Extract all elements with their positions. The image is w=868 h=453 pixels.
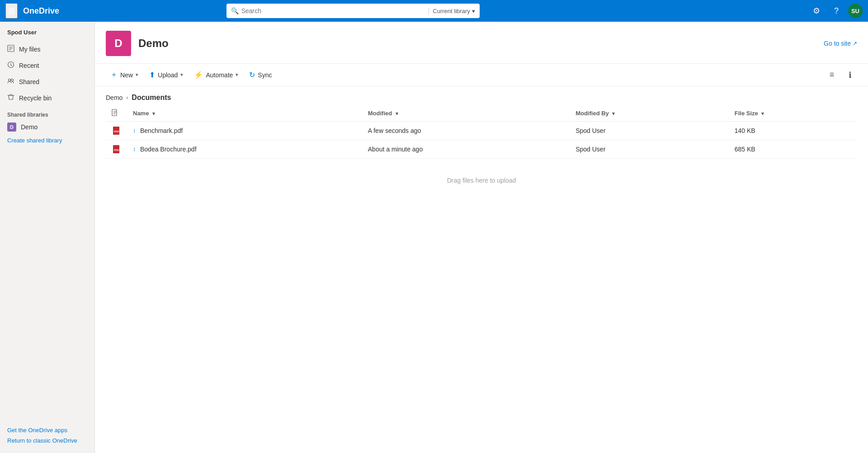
waffle-menu-button[interactable]: ⊞ bbox=[5, 3, 18, 19]
file-type-icon-cell: PDF bbox=[106, 122, 127, 140]
automate-icon: ⚡ bbox=[194, 71, 203, 79]
app-logo: OneDrive bbox=[23, 6, 59, 16]
upload-icon: ⬆ bbox=[149, 71, 155, 79]
user-avatar[interactable]: SU bbox=[848, 4, 863, 18]
sidebar-item-demo-library[interactable]: D Demo bbox=[0, 120, 94, 134]
upload-button[interactable]: ⬆ Upload ▾ bbox=[145, 68, 188, 82]
library-title: Demo bbox=[138, 37, 169, 50]
drag-drop-hint: Drag files here to upload bbox=[106, 159, 857, 202]
main-content: D Demo Go to site ↗ ＋ New ▾ ⬆ Upload ▾ ⚡… bbox=[95, 22, 868, 453]
help-button[interactable]: ? bbox=[828, 3, 844, 19]
library-header: D Demo Go to site ↗ bbox=[95, 22, 868, 64]
library-header-icon: D bbox=[106, 31, 131, 56]
file-modified-cell: A few seconds ago bbox=[363, 122, 570, 140]
sidebar-footer: Get the OneDrive apps Return to classic … bbox=[0, 421, 94, 449]
file-modified-by-cell: Spod User bbox=[570, 140, 729, 159]
recycle-bin-icon bbox=[7, 94, 14, 103]
go-to-site-link[interactable]: Go to site ↗ bbox=[824, 40, 857, 47]
file-name-cell[interactable]: ↕ Benchmark.pdf bbox=[127, 122, 363, 140]
search-scope-chevron-icon: ▾ bbox=[472, 8, 475, 14]
shared-icon bbox=[7, 77, 14, 86]
return-to-classic-link[interactable]: Return to classic OneDrive bbox=[7, 437, 87, 444]
col-header-modified-by[interactable]: Modified By ▾ bbox=[570, 105, 729, 122]
pdf-icon: PDF bbox=[111, 144, 122, 155]
sidebar-item-shared[interactable]: Shared bbox=[0, 74, 94, 90]
file-size-cell: 685 KB bbox=[729, 140, 857, 159]
sidebar-item-my-files-label: My files bbox=[19, 46, 40, 53]
svg-text:PDF: PDF bbox=[114, 130, 119, 133]
breadcrumb-parent[interactable]: Demo bbox=[106, 94, 123, 101]
sidebar-username: Spod User bbox=[0, 25, 94, 41]
file-type-icon-cell: PDF bbox=[106, 140, 127, 159]
search-box: 🔍 Current library ▾ bbox=[226, 4, 480, 18]
get-onedrive-apps-link[interactable]: Get the OneDrive apps bbox=[7, 427, 87, 434]
view-toggle-button[interactable]: ≡ bbox=[825, 68, 839, 82]
sync-status-icon: ↕ bbox=[133, 146, 136, 152]
sidebar-item-recent[interactable]: Recent bbox=[0, 57, 94, 74]
shared-libraries-label: Shared libraries bbox=[0, 106, 94, 120]
sync-icon: ↻ bbox=[249, 71, 255, 79]
sidebar-item-shared-label: Shared bbox=[19, 78, 39, 85]
file-name: Benchmark.pdf bbox=[140, 127, 183, 134]
search-input[interactable] bbox=[241, 7, 426, 14]
sync-button[interactable]: ↻ Sync bbox=[245, 68, 276, 82]
search-icon: 🔍 bbox=[231, 7, 239, 14]
automate-chevron-icon: ▾ bbox=[236, 72, 238, 78]
file-modified-cell: About a minute ago bbox=[363, 140, 570, 159]
sidebar-item-recycle-bin-label: Recycle bin bbox=[19, 94, 52, 102]
upload-chevron-icon: ▾ bbox=[180, 72, 183, 78]
create-shared-library-link[interactable]: Create shared library bbox=[0, 134, 94, 146]
file-name: Bodea Brochure.pdf bbox=[140, 146, 197, 153]
sidebar: Spod User My files Recent bbox=[0, 22, 95, 453]
demo-library-label: Demo bbox=[21, 123, 38, 131]
modified-by-sort-icon: ▾ bbox=[612, 111, 615, 116]
table-row[interactable]: PDF ↕ Bodea Brochure.pdf About a minute … bbox=[106, 140, 857, 159]
topnav-right-actions: ⚙ ? SU bbox=[808, 3, 863, 19]
toolbar: ＋ New ▾ ⬆ Upload ▾ ⚡ Automate ▾ ↻ Sync ≡… bbox=[95, 64, 868, 86]
automate-button[interactable]: ⚡ Automate ▾ bbox=[189, 68, 243, 82]
main-layout: Spod User My files Recent bbox=[0, 22, 868, 453]
file-name-cell[interactable]: ↕ Bodea Brochure.pdf bbox=[127, 140, 363, 159]
col-header-modified[interactable]: Modified ▾ bbox=[363, 105, 570, 122]
modified-sort-icon: ▾ bbox=[396, 111, 398, 116]
toolbar-right: ≡ ℹ bbox=[825, 68, 857, 82]
col-header-file-size[interactable]: File Size ▾ bbox=[729, 105, 857, 122]
search-scope[interactable]: Current library ▾ bbox=[429, 8, 475, 14]
breadcrumb-chevron-icon: › bbox=[126, 94, 128, 101]
info-button[interactable]: ℹ bbox=[843, 68, 857, 82]
new-chevron-icon: ▾ bbox=[136, 72, 138, 78]
file-modified-by-cell: Spod User bbox=[570, 122, 729, 140]
name-sort-icon: ▾ bbox=[152, 111, 155, 116]
file-size-sort-icon: ▾ bbox=[761, 111, 764, 116]
svg-point-3 bbox=[11, 79, 14, 81]
svg-point-2 bbox=[9, 79, 11, 81]
sidebar-item-recent-label: Recent bbox=[19, 62, 39, 69]
file-size-cell: 140 KB bbox=[729, 122, 857, 140]
demo-library-icon: D bbox=[7, 123, 16, 132]
sync-status-icon: ↕ bbox=[133, 127, 136, 134]
pdf-icon: PDF bbox=[111, 125, 122, 136]
external-link-icon: ↗ bbox=[853, 40, 857, 47]
breadcrumb: Demo › Documents bbox=[95, 86, 868, 105]
breadcrumb-current: Documents bbox=[132, 94, 171, 102]
my-files-icon bbox=[7, 45, 14, 54]
col-header-icon bbox=[106, 105, 127, 122]
sidebar-item-my-files[interactable]: My files bbox=[0, 41, 94, 57]
settings-button[interactable]: ⚙ bbox=[808, 3, 825, 19]
file-table: Name ▾ Modified ▾ Modified By ▾ File S bbox=[106, 105, 857, 159]
svg-text:PDF: PDF bbox=[114, 149, 119, 151]
file-list: Name ▾ Modified ▾ Modified By ▾ File S bbox=[95, 105, 868, 453]
col-header-name[interactable]: Name ▾ bbox=[127, 105, 363, 122]
table-row[interactable]: PDF ↕ Benchmark.pdf A few seconds ago Sp… bbox=[106, 122, 857, 140]
sidebar-item-recycle-bin[interactable]: Recycle bin bbox=[0, 90, 94, 106]
new-plus-icon: ＋ bbox=[110, 70, 118, 80]
top-navigation: ⊞ OneDrive 🔍 Current library ▾ ⚙ ? SU bbox=[0, 0, 868, 22]
new-button[interactable]: ＋ New ▾ bbox=[106, 67, 143, 82]
recent-icon bbox=[7, 61, 14, 70]
